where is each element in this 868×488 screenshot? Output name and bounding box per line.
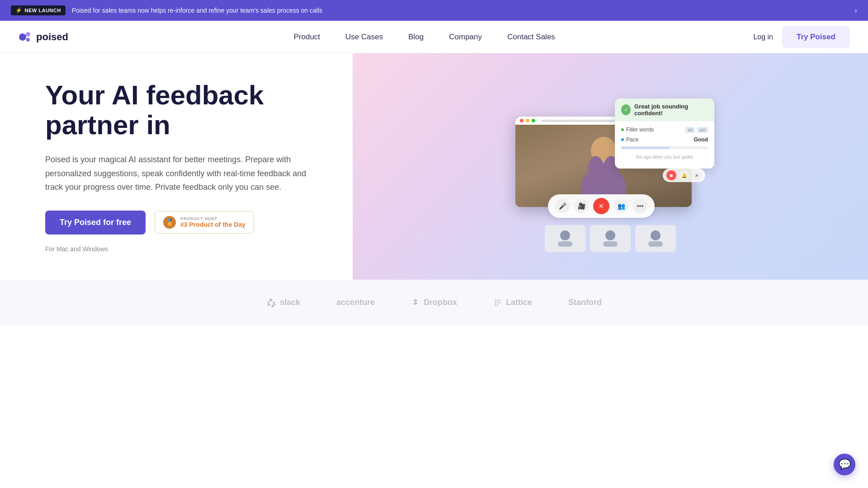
stanford-label: Stanford bbox=[568, 298, 602, 307]
hero-section: Your AI feedback partner in Poised is yo… bbox=[0, 53, 868, 280]
announcement-banner: NEW LAUNCH Poised for sales teams now he… bbox=[0, 0, 868, 21]
try-free-button[interactable]: Try Poised for free bbox=[45, 211, 146, 235]
platform-note: For Mac and Windows bbox=[45, 245, 326, 253]
feedback-bar-fill bbox=[621, 146, 669, 149]
filler-dot bbox=[621, 128, 624, 131]
slack-icon bbox=[266, 298, 276, 308]
avatar-body-2 bbox=[603, 241, 618, 247]
navbar: poised Product Use Cases Blog Company Co… bbox=[0, 21, 868, 53]
feedback-filler-row: Filler words so um bbox=[621, 127, 708, 133]
dropbox-label: Dropbox bbox=[424, 298, 457, 307]
product-hunt-badge[interactable]: 🏅 PRODUCT HUNT #3 Product of the Day bbox=[155, 211, 254, 234]
pace-dot bbox=[621, 138, 624, 141]
mock-ui-container: ✓ Great job sounding confident! Filler w… bbox=[515, 99, 705, 252]
avatar-head-2 bbox=[605, 230, 615, 240]
avatar-body-3 bbox=[648, 241, 663, 247]
below-hero-section: slack accenture Dropbox Lattice Stanford bbox=[0, 280, 868, 326]
avatar-body-1 bbox=[558, 241, 572, 247]
svg-point-11 bbox=[495, 304, 496, 305]
participant-tile-1 bbox=[545, 225, 585, 252]
logo[interactable]: poised bbox=[18, 30, 68, 44]
participant-tile-3 bbox=[635, 225, 676, 252]
record-icon[interactable]: ⏺ bbox=[666, 170, 676, 180]
try-free-btn-text1: Try Poised bbox=[60, 218, 101, 227]
svg-point-9 bbox=[497, 302, 498, 303]
try-poised-nav-button[interactable]: Try Poised bbox=[782, 26, 850, 48]
login-button[interactable]: Log in bbox=[753, 33, 773, 41]
hero-content: Your AI feedback partner in Poised is yo… bbox=[0, 53, 353, 280]
product-hunt-rank: #3 Product of the Day bbox=[180, 221, 245, 228]
nav-actions: Log in Try Poised bbox=[753, 26, 850, 48]
nav-links: Product Use Cases Blog Company Contact S… bbox=[95, 29, 754, 45]
svg-point-0 bbox=[19, 33, 26, 41]
svg-point-10 bbox=[499, 302, 500, 303]
window-dot-red bbox=[520, 119, 524, 122]
feedback-footer-text: 5m ago when you last spoke bbox=[621, 152, 708, 163]
feedback-card-header: ✓ Great job sounding confident! bbox=[615, 99, 714, 121]
svg-point-2 bbox=[26, 38, 30, 42]
call-controls-bar: 🎤 🎥 ✕ 👥 ••• bbox=[548, 194, 655, 218]
nav-product[interactable]: Product bbox=[281, 29, 333, 45]
lattice-label: Lattice bbox=[506, 298, 532, 307]
video-button[interactable]: 🎥 bbox=[574, 199, 589, 213]
slack-label: slack bbox=[280, 298, 300, 307]
feedback-card: ✓ Great job sounding confident! Filler w… bbox=[615, 99, 714, 169]
mute-button[interactable]: 🎤 bbox=[555, 199, 570, 213]
logo-lattice: Lattice bbox=[493, 298, 532, 307]
filler-tags: so um bbox=[685, 127, 708, 132]
avatar-head-3 bbox=[651, 230, 660, 240]
try-free-btn-text3: for free bbox=[103, 218, 131, 227]
logo-wordmark: poised bbox=[36, 31, 68, 43]
feedback-check-icon: ✓ bbox=[621, 104, 631, 115]
logos-section: slack accenture Dropbox Lattice Stanford bbox=[0, 280, 868, 326]
svg-point-5 bbox=[495, 300, 496, 301]
avatar-head-1 bbox=[560, 230, 570, 240]
nav-use-cases[interactable]: Use Cases bbox=[333, 29, 396, 45]
dropbox-icon bbox=[411, 298, 420, 307]
feedback-progress-bar bbox=[621, 146, 708, 149]
announcement-close-button[interactable]: › bbox=[854, 6, 857, 15]
announcement-text: Poised for sales teams now helps re-info… bbox=[72, 7, 857, 14]
hero-buttons: Try Poised for free 🏅 PRODUCT HUNT #3 Pr… bbox=[45, 211, 326, 235]
nav-company[interactable]: Company bbox=[436, 29, 495, 45]
hero-description: Poised is your magical AI assistant for … bbox=[45, 153, 326, 194]
tag-um: um bbox=[697, 127, 708, 133]
feedback-card-body: Filler words so um Pace Good bbox=[615, 121, 714, 169]
more-button[interactable]: ••• bbox=[633, 199, 647, 213]
hero-illustration: ✓ Great job sounding confident! Filler w… bbox=[353, 53, 868, 280]
svg-point-7 bbox=[499, 300, 500, 301]
logo-icon bbox=[18, 30, 33, 44]
feedback-pace-row: Pace Good bbox=[621, 136, 708, 143]
participant-tile-2 bbox=[590, 225, 631, 252]
svg-point-12 bbox=[497, 304, 498, 305]
product-hunt-info: PRODUCT HUNT #3 Product of the Day bbox=[180, 216, 245, 228]
feedback-header-text: Great job sounding confident! bbox=[634, 103, 708, 117]
participant-tiles bbox=[515, 225, 705, 252]
pace-label: Pace bbox=[621, 136, 638, 143]
product-hunt-medal: 🏅 bbox=[163, 216, 176, 229]
logo-slack: slack bbox=[266, 298, 300, 308]
svg-point-1 bbox=[26, 32, 30, 37]
new-launch-badge: NEW LAUNCH bbox=[11, 5, 66, 15]
nav-contact-sales[interactable]: Contact Sales bbox=[495, 29, 568, 45]
accenture-label: accenture bbox=[336, 298, 375, 307]
participants-button[interactable]: 👥 bbox=[614, 199, 628, 213]
tag-so: so bbox=[685, 127, 695, 133]
logo-dropbox: Dropbox bbox=[411, 298, 457, 307]
window-dot-green bbox=[532, 119, 535, 122]
pace-value: Good bbox=[694, 136, 708, 143]
svg-point-8 bbox=[495, 302, 496, 303]
product-hunt-label: PRODUCT HUNT bbox=[180, 216, 245, 221]
lattice-icon bbox=[493, 298, 502, 307]
end-call-button[interactable]: ✕ bbox=[593, 198, 609, 214]
logo-accenture: accenture bbox=[336, 298, 375, 307]
window-dot-yellow bbox=[526, 119, 529, 122]
nav-blog[interactable]: Blog bbox=[396, 29, 436, 45]
x-icon[interactable]: ✕ bbox=[692, 170, 702, 180]
mini-controls: ⏺ 🔔 ✕ bbox=[663, 169, 705, 182]
filler-words-label: Filler words bbox=[621, 127, 654, 133]
logo-stanford: Stanford bbox=[568, 298, 602, 307]
hero-title: Your AI feedback partner in bbox=[45, 80, 326, 140]
bell-icon[interactable]: 🔔 bbox=[679, 170, 689, 180]
svg-point-6 bbox=[497, 300, 498, 301]
